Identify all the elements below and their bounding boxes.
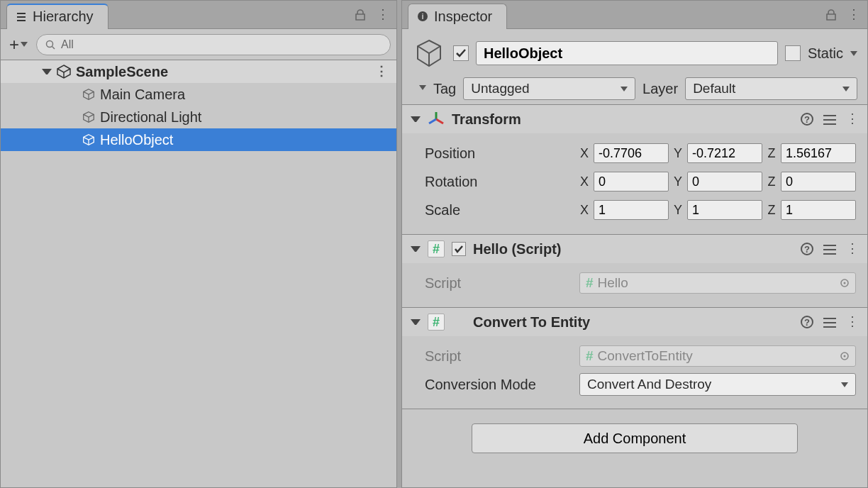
tag-dropdown[interactable]: Untagged xyxy=(463,77,635,100)
hierarchy-item-main-camera[interactable]: Main Camera xyxy=(1,83,396,106)
svg-line-4 xyxy=(52,46,55,49)
panel-menu-icon[interactable]: ⋮ xyxy=(377,12,389,17)
component-header-convert[interactable]: # Convert To Entity ? ⋮ xyxy=(402,308,867,336)
hierarchy-panel: Hierarchy ⋮ + All xyxy=(0,0,397,488)
y-axis-label: Y xyxy=(673,146,683,161)
layer-dropdown[interactable]: Default xyxy=(685,77,857,100)
rotation-x-input[interactable] xyxy=(594,172,669,192)
chevron-down-icon xyxy=(21,42,28,47)
conversion-mode-row: Conversion Mode Convert And Destroy xyxy=(425,370,856,399)
z-axis-label: Z xyxy=(767,146,777,161)
gameobject-large-icon[interactable] xyxy=(412,36,446,70)
scene-menu-icon[interactable]: ⋮ xyxy=(375,69,388,74)
inspector-header: Static Tag Untagged Layer Default xyxy=(402,29,867,105)
layer-label: Layer xyxy=(642,81,678,97)
script-label: Script xyxy=(425,275,574,292)
tab-hierarchy[interactable]: Hierarchy xyxy=(6,4,108,29)
scale-x-input[interactable] xyxy=(594,200,669,220)
tag-value: Untagged xyxy=(471,81,529,96)
component-transform: Transform ? ⋮ Position X Y Z xyxy=(402,105,867,235)
component-menu-icon[interactable]: ⋮ xyxy=(846,116,859,121)
add-component-button[interactable]: Add Component xyxy=(472,423,798,453)
conversion-mode-value: Convert And Destroy xyxy=(587,377,711,392)
object-picker-icon[interactable] xyxy=(840,351,850,361)
position-label: Position xyxy=(425,145,574,162)
position-y-input[interactable] xyxy=(687,143,762,163)
hierarchy-tree: SampleScene ⋮ Main Camera Directional Li… xyxy=(1,60,396,487)
y-axis-label: Y xyxy=(673,174,683,189)
inspector-title: Inspector xyxy=(434,9,492,25)
hierarchy-item-directional-light[interactable]: Directional Light xyxy=(1,106,396,128)
icon-dropdown-arrow[interactable] xyxy=(419,85,426,90)
component-header-hello[interactable]: # Hello (Script) ? ⋮ xyxy=(402,235,867,263)
script-hash-icon: # xyxy=(586,348,594,364)
script-name: Hello xyxy=(598,275,628,291)
component-enabled-checkbox[interactable] xyxy=(452,242,466,256)
hierarchy-item-label: Main Camera xyxy=(100,87,185,103)
object-picker-icon[interactable] xyxy=(840,278,850,288)
csharp-script-icon: # xyxy=(428,240,445,257)
hierarchy-toolbar: + All xyxy=(1,29,396,60)
svg-text:i: i xyxy=(421,12,423,21)
conversion-mode-dropdown[interactable]: Convert And Destroy xyxy=(579,373,856,396)
svg-line-19 xyxy=(429,119,436,123)
static-label: Static xyxy=(808,45,843,62)
lock-icon[interactable] xyxy=(354,9,367,21)
help-icon[interactable]: ? xyxy=(801,243,813,255)
hierarchy-list-icon xyxy=(16,11,27,23)
position-z-input[interactable] xyxy=(781,143,856,163)
static-dropdown-icon[interactable] xyxy=(850,51,857,56)
scale-z-input[interactable] xyxy=(781,200,856,220)
z-axis-label: Z xyxy=(767,174,777,189)
hierarchy-item-label: HelloObject xyxy=(100,132,173,148)
component-header-transform[interactable]: Transform ? ⋮ xyxy=(402,105,867,133)
script-reference-field[interactable]: # Hello xyxy=(579,272,856,294)
hierarchy-tab-row: Hierarchy ⋮ xyxy=(1,1,396,29)
x-axis-label: X xyxy=(579,146,589,161)
foldout-arrow-icon[interactable] xyxy=(411,116,421,122)
gameobject-icon xyxy=(82,133,96,147)
rotation-z-input[interactable] xyxy=(781,172,856,192)
scene-row[interactable]: SampleScene ⋮ xyxy=(1,60,396,83)
position-row: Position X Y Z xyxy=(425,139,856,167)
help-icon[interactable]: ? xyxy=(801,316,813,328)
search-input[interactable]: All xyxy=(36,34,391,55)
help-icon[interactable]: ? xyxy=(801,113,813,126)
foldout-arrow-icon[interactable] xyxy=(411,246,421,252)
conversion-mode-label: Conversion Mode xyxy=(425,377,574,393)
svg-point-21 xyxy=(844,282,846,284)
hierarchy-item-helloobject[interactable]: HelloObject xyxy=(1,128,396,151)
panel-menu-icon[interactable]: ⋮ xyxy=(847,12,860,17)
static-checkbox[interactable] xyxy=(785,45,801,61)
tag-label: Tag xyxy=(433,81,456,97)
presets-icon[interactable] xyxy=(823,113,836,126)
position-x-input[interactable] xyxy=(594,143,669,163)
foldout-arrow-icon[interactable] xyxy=(42,69,52,74)
hierarchy-title: Hierarchy xyxy=(33,9,94,25)
chevron-down-icon xyxy=(621,87,628,92)
csharp-script-icon: # xyxy=(428,314,445,331)
component-menu-icon[interactable]: ⋮ xyxy=(846,246,859,251)
component-menu-icon[interactable]: ⋮ xyxy=(846,319,859,324)
presets-icon[interactable] xyxy=(823,316,836,328)
scale-y-input[interactable] xyxy=(687,200,762,220)
unity-scene-icon xyxy=(56,64,72,79)
info-icon: i xyxy=(417,11,428,22)
inspector-tab-row: i Inspector ⋮ xyxy=(402,1,867,29)
x-axis-label: X xyxy=(579,203,589,218)
presets-icon[interactable] xyxy=(823,243,836,255)
plus-icon: + xyxy=(9,35,19,55)
lock-icon[interactable] xyxy=(825,9,838,21)
rotation-label: Rotation xyxy=(425,174,574,190)
search-placeholder: All xyxy=(61,38,74,51)
component-title: Transform xyxy=(452,111,521,128)
create-button[interactable]: + xyxy=(6,35,30,55)
foldout-arrow-icon[interactable] xyxy=(411,319,421,325)
script-reference-field[interactable]: # ConvertToEntity xyxy=(579,345,856,367)
object-name-input[interactable] xyxy=(476,41,778,65)
rotation-y-input[interactable] xyxy=(687,172,762,192)
component-hello-script: # Hello (Script) ? ⋮ Script # Hello xyxy=(402,235,867,308)
component-title: Hello (Script) xyxy=(473,241,561,257)
tab-inspector[interactable]: i Inspector xyxy=(408,4,507,29)
active-checkbox[interactable] xyxy=(453,45,469,61)
